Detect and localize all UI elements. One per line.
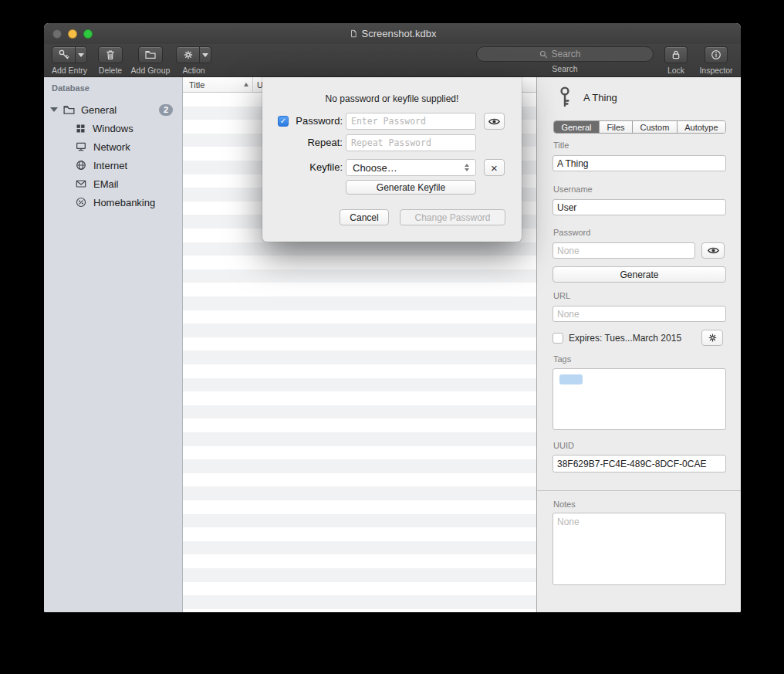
password-input[interactable] [346,113,476,130]
tab-custom[interactable]: Custom [633,121,678,133]
dialog-message: No password or keyfile supplied! [262,93,522,104]
clear-keyfile-button[interactable]: × [484,159,505,176]
toolbar-item-lock: Lock [660,46,692,75]
sidebar-item-general[interactable]: General 2 [44,100,182,119]
titlebar: Screenshot.kdbx [44,23,741,44]
search-label: Search [552,64,577,73]
action-button[interactable] [176,46,211,63]
toolbar-item-add-group: Add Group [127,46,174,75]
globe-icon [75,159,87,171]
password-field[interactable] [553,242,695,259]
tab-autotype[interactable]: Autotype [678,121,725,133]
gear-icon [177,47,199,63]
toolbar-item-action: Action [177,46,211,75]
sidebar-item-email[interactable]: EMail [44,174,182,193]
close-button[interactable] [52,29,62,39]
add-group-button[interactable] [138,46,163,63]
reveal-entry-password-button[interactable] [701,242,725,259]
title-field[interactable] [553,155,726,171]
sidebar-item-windows[interactable]: Windows [44,119,182,137]
search-field[interactable] [476,46,654,62]
sidebar-item-label: General [81,104,117,116]
group-count-badge: 2 [159,104,173,116]
sidebar-header: Database [52,83,90,93]
inspector-label: Inspector [699,66,732,75]
chevron-down-icon[interactable] [199,47,211,63]
keyfile-popup[interactable]: Choose… [346,159,476,176]
windows-icon [75,123,86,134]
sidebar-item-label: Internet [93,160,127,171]
action-label: Action [182,66,204,75]
eye-icon [488,115,501,128]
traffic-lights [52,29,93,39]
tag-token[interactable] [559,374,583,384]
percent-coin-icon [75,196,87,208]
eye-icon [707,244,720,257]
zoom-button[interactable] [83,29,93,39]
tab-general[interactable]: General [554,121,600,133]
sidebar-item-label: Windows [93,123,133,134]
delete-label: Delete [99,66,122,75]
envelope-icon [75,178,87,190]
generate-password-button[interactable]: Generate [553,266,726,283]
notes-field[interactable] [553,513,726,585]
sidebar-item-network[interactable]: Network [44,137,182,156]
sidebar-item-internet[interactable]: Internet [44,156,182,174]
close-x-icon: × [491,161,498,174]
uuid-field[interactable] [553,455,726,472]
minimize-button[interactable] [68,29,77,39]
keyfile-label: Keyfile: [292,159,343,176]
disclosure-triangle-icon[interactable] [50,107,58,112]
toolbar-item-add-entry: Add Entry [47,46,92,75]
trash-icon [104,49,117,61]
expires-settings-button[interactable] [701,330,723,346]
sort-ascending-icon [244,83,248,86]
sidebar-item-label: Network [93,141,130,153]
notes-label: Notes [553,500,576,509]
repeat-label: Repeat: [292,134,343,151]
tab-files[interactable]: Files [600,121,633,133]
chevron-down-icon[interactable] [75,47,86,63]
entry-title-heading: A Thing [583,92,617,103]
tags-label: Tags [553,354,571,364]
add-entry-label: Add Entry [52,66,87,75]
change-password-button[interactable]: Change Password [400,209,505,225]
folder-icon [144,49,157,61]
cancel-label: Cancel [350,212,378,223]
reveal-password-button[interactable] [484,113,505,130]
password-label: Password: [292,113,343,130]
check-icon: ✓ [280,117,286,126]
lock-label: Lock [667,66,684,75]
document-icon [349,29,358,39]
expires-label: Expires: Tues...March 2015 [569,333,681,344]
lock-button[interactable] [664,46,688,63]
popup-stepper-icon [465,164,469,171]
key-plus-icon [52,47,75,63]
computer-icon [75,141,87,153]
repeat-password-input[interactable] [346,134,476,151]
sidebar-item-homebanking[interactable]: Homebanking [44,193,182,212]
window-title: Screenshot.kdbx [362,28,437,39]
sidebar-item-label: EMail [93,178,119,190]
info-icon [710,49,722,61]
add-entry-button[interactable] [52,46,87,63]
delete-button[interactable] [98,46,123,63]
generate-keyfile-label: Generate Keyfile [377,182,445,193]
generate-keyfile-button[interactable]: Generate Keyfile [346,180,476,195]
username-field[interactable] [553,199,726,215]
search-input[interactable] [552,49,592,59]
column-header-title[interactable]: Title [183,77,253,92]
folder-icon [63,103,76,117]
lock-icon [670,49,682,61]
password-checkbox[interactable]: ✓ [278,116,289,127]
tags-box[interactable] [553,368,726,430]
add-group-label: Add Group [131,66,171,75]
change-password-label: Change Password [414,212,490,223]
entry-key-icon [556,86,574,109]
inspector-button[interactable] [705,46,728,63]
expires-checkbox[interactable] [553,333,563,344]
inspector-tabs: General Files Custom Autotype [553,120,726,134]
cancel-button[interactable]: Cancel [340,209,389,225]
url-field[interactable] [553,306,726,322]
gear-icon [707,332,718,344]
